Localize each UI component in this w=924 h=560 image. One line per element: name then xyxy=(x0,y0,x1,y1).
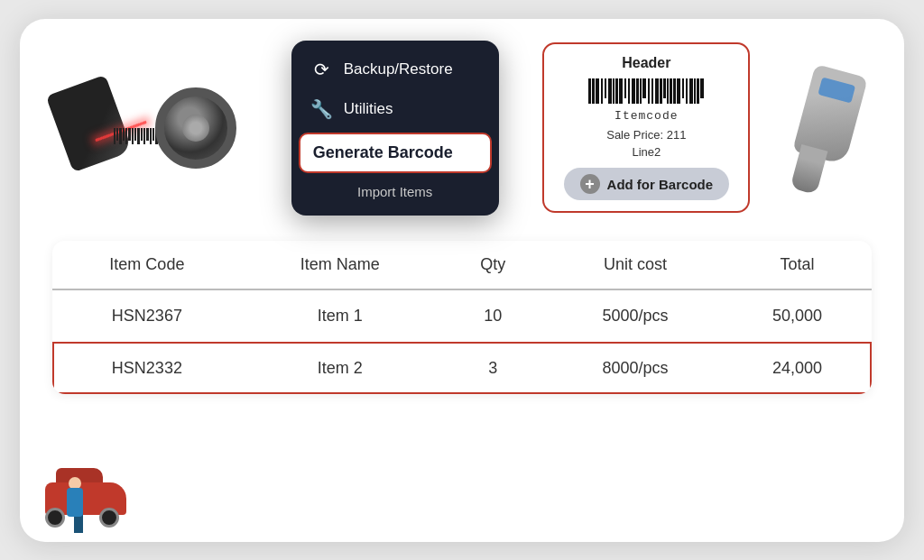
col-header-item-code: Item Code xyxy=(52,241,242,289)
barcode-scanner-icon xyxy=(49,74,148,182)
row-0-cell-3: 5000/pcs xyxy=(548,289,723,343)
row-1-cell-1: Item 2 xyxy=(242,342,439,394)
backup-restore-label: Backup/Restore xyxy=(344,60,453,78)
generate-barcode-label: Generate Barcode xyxy=(313,143,453,162)
wrench-icon: 🔧 xyxy=(311,98,333,120)
row-1-cell-2: 3 xyxy=(439,342,549,394)
menu-dropdown: ⟳ Backup/Restore 🔧 Utilities Generate Ba… xyxy=(291,41,499,216)
table-row[interactable]: HSN2367Item 1105000/pcs50,000 xyxy=(52,289,872,343)
row-0-cell-2: 10 xyxy=(439,289,549,343)
col-header-unit-cost: Unit cost xyxy=(548,241,723,289)
car-mechanic-icon xyxy=(36,461,144,533)
row-0-cell-0: HSN2367 xyxy=(52,289,242,343)
row-1-cell-0: HSN2332 xyxy=(52,342,242,394)
row-1-cell-4: 24,000 xyxy=(723,342,872,394)
items-table-container: Item Code Item Name Qty Unit cost Total … xyxy=(52,241,872,394)
right-scanner-icon xyxy=(794,69,875,187)
barcode-label-preview: Header Itemcode Sale Price: 211 Line2 + … xyxy=(542,42,750,213)
row-0-cell-1: Item 1 xyxy=(242,289,439,343)
add-barcode-label: Add for Barcode xyxy=(607,177,714,192)
left-images xyxy=(49,74,247,182)
main-container: ⟳ Backup/Restore 🔧 Utilities Generate Ba… xyxy=(20,19,904,542)
import-items-menu-item[interactable]: Import Items xyxy=(291,177,499,207)
add-for-barcode-button[interactable]: + Add for Barcode xyxy=(564,168,730,200)
items-table: Item Code Item Name Qty Unit cost Total … xyxy=(52,241,872,394)
col-header-qty: Qty xyxy=(439,241,549,289)
label-header: Header xyxy=(622,55,670,71)
backup-restore-menu-item[interactable]: ⟳ Backup/Restore xyxy=(291,50,499,89)
label-sale-price: Sale Price: 211 xyxy=(606,128,686,142)
col-header-total: Total xyxy=(723,241,872,289)
table-row[interactable]: HSN2332Item 238000/pcs24,000 xyxy=(52,342,872,394)
row-0-cell-4: 50,000 xyxy=(723,289,872,343)
label-itemcode: Itemcode xyxy=(614,109,678,123)
col-header-item-name: Item Name xyxy=(242,241,439,289)
backup-icon: ⟳ xyxy=(311,59,333,80)
label-barcode-lines xyxy=(588,78,704,104)
utilities-menu-item[interactable]: 🔧 Utilities xyxy=(291,89,499,129)
label-line2: Line2 xyxy=(632,145,661,159)
top-section: ⟳ Backup/Restore 🔧 Utilities Generate Ba… xyxy=(49,41,875,216)
table-header-row: Item Code Item Name Qty Unit cost Total xyxy=(52,241,872,289)
plus-icon: + xyxy=(580,174,600,194)
import-items-label: Import Items xyxy=(357,184,432,199)
row-1-cell-3: 8000/pcs xyxy=(548,342,723,394)
generate-barcode-menu-item[interactable]: Generate Barcode xyxy=(299,133,492,173)
utilities-label: Utilities xyxy=(344,100,393,118)
tire-icon xyxy=(155,87,236,169)
